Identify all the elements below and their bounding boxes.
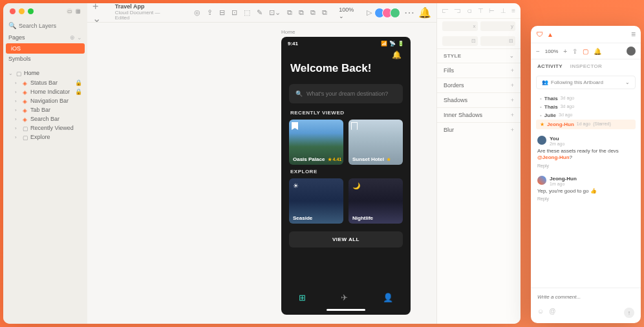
send-button[interactable]: ↑ xyxy=(624,308,634,318)
tab-profile[interactable]: 👤 xyxy=(383,293,393,302)
chevron-down-icon: ⌄ xyxy=(625,79,630,85)
search-input[interactable] xyxy=(19,23,91,29)
bell-icon[interactable]: 🔔 xyxy=(594,48,601,55)
document-title[interactable]: Travel App Cloud Document — Edited xyxy=(115,4,176,21)
bell-icon[interactable]: 🔔 xyxy=(418,6,431,19)
inner-shadows-section[interactable]: Inner Shadows+ xyxy=(437,107,521,122)
close-window[interactable] xyxy=(10,8,16,14)
card-oasis-palace[interactable]: Oasis Palace ★4.41 xyxy=(289,120,343,165)
view-toggle-1[interactable]: ▭ xyxy=(67,8,72,14)
tab-flights[interactable]: ✈ xyxy=(341,293,348,302)
blur-section[interactable]: Blur+ xyxy=(437,122,521,137)
add-blur[interactable]: + xyxy=(511,127,514,133)
tool-7[interactable]: ⊡⌄ xyxy=(269,8,281,17)
dim-w[interactable]: ⊡ xyxy=(442,36,478,46)
tool-4[interactable]: ⊡ xyxy=(231,8,237,17)
layer-recently-viewed[interactable]: ›▢Recently Viewed xyxy=(3,123,87,132)
dim-h[interactable]: ⊟ xyxy=(480,36,516,46)
shadows-section[interactable]: Shadows+ xyxy=(437,92,521,107)
tool-5[interactable]: ⬚ xyxy=(244,8,250,17)
tab-home[interactable]: ⊞ xyxy=(299,293,306,302)
layer-root-home[interactable]: ⌄ ▢ Home xyxy=(3,68,87,78)
tool-1[interactable]: ◎ xyxy=(194,8,200,17)
style-header[interactable]: STYLE⌄ xyxy=(437,48,521,63)
avatar-3[interactable] xyxy=(390,8,400,18)
card-nightlife[interactable]: 🌙 Nightlife xyxy=(349,178,403,224)
destination-search[interactable]: 🔍 What's your dream destination? xyxy=(289,84,403,103)
artboard-home[interactable]: 9:41 📶 📡 🔋 🔔 Welcome Back! 🔍 What's your… xyxy=(281,37,411,315)
tool-6[interactable]: ✎ xyxy=(257,8,263,17)
layer-home-indicator[interactable]: ›◈Home Indicator🔒 xyxy=(3,87,87,96)
card-seaside[interactable]: ☀ Seaside xyxy=(289,178,343,224)
tool-10[interactable]: ⧉ xyxy=(310,8,316,17)
dim-x[interactable]: x xyxy=(442,21,478,31)
add-shadow[interactable]: + xyxy=(511,97,514,103)
minus-icon[interactable]: − xyxy=(536,48,540,55)
pages-actions[interactable]: ⊕ ⌄ xyxy=(70,34,82,41)
tool-8[interactable]: ⧉ xyxy=(287,8,292,17)
add-button[interactable]: + ⌄ xyxy=(92,3,110,25)
reply-button[interactable]: Reply xyxy=(537,164,634,168)
pages-header[interactable]: Pages ⊕ ⌄ xyxy=(3,32,87,43)
bookmark-icon[interactable] xyxy=(292,122,298,130)
tool-2[interactable]: ⇪ xyxy=(207,8,213,17)
activity-item[interactable]: •Julie3d ago xyxy=(536,111,636,120)
layer-tab-bar[interactable]: ›◈Tab Bar xyxy=(3,105,87,114)
align-middle[interactable]: ⊢ xyxy=(489,7,495,14)
tab-activity[interactable]: ACTIVITY xyxy=(537,63,563,69)
zoom-level[interactable]: 100% ⌄ xyxy=(339,6,360,19)
activity-item[interactable]: •Thais3d ago xyxy=(536,94,636,103)
user-avatar[interactable] xyxy=(627,47,636,56)
dim-y[interactable]: y xyxy=(480,21,516,31)
collaborator-avatars[interactable] xyxy=(377,8,400,18)
lock-icon: 🔒 xyxy=(75,79,82,86)
follow-artboard[interactable]: 👥 Following this Artboard ⌄ xyxy=(536,76,636,89)
view-all-button[interactable]: VIEW ALL xyxy=(289,231,403,248)
layer-search[interactable]: 🔍 xyxy=(3,19,87,32)
borders-section[interactable]: Borders+ xyxy=(437,78,521,92)
collab-zoom[interactable]: 100% xyxy=(545,48,558,54)
align-bottom[interactable]: ⊥ xyxy=(500,7,506,14)
align-right[interactable]: ⫏ xyxy=(466,7,473,14)
page-ios[interactable]: iOS xyxy=(6,43,85,54)
tool-9[interactable]: ⧉ xyxy=(299,8,304,17)
activity-starred[interactable]: ★Jeong-Hun1d ago(Starred) xyxy=(536,120,636,129)
reply-button[interactable]: Reply xyxy=(537,196,634,201)
mention[interactable]: @Jeong-Hun xyxy=(537,154,570,160)
layer-explore[interactable]: ›▢Explore xyxy=(3,132,87,142)
page-symbols[interactable]: Symbols xyxy=(3,54,87,64)
emoji-icon[interactable]: ☺ xyxy=(537,308,544,318)
card-sunset-hotel[interactable]: Sunset Hotel ★ xyxy=(349,120,403,165)
align-top[interactable]: ⊤ xyxy=(478,7,484,14)
add-fill[interactable]: + xyxy=(511,67,514,74)
fills-section[interactable]: Fills+ xyxy=(437,63,521,78)
minimize-window[interactable] xyxy=(19,8,25,14)
layer-search-bar[interactable]: ›◈Search Bar xyxy=(3,114,87,123)
layer-navigation-bar[interactable]: ›◈Navigation Bar xyxy=(3,96,87,105)
mention-icon[interactable]: @ xyxy=(549,308,555,318)
add-inner-shadow[interactable]: + xyxy=(511,112,514,118)
comment-input[interactable] xyxy=(537,294,634,300)
artboard-label[interactable]: Home xyxy=(281,29,295,35)
view-toggle-2[interactable]: ▦ xyxy=(75,8,81,14)
menu-icon[interactable]: ≡ xyxy=(631,30,636,39)
more-icon[interactable]: ⋯ xyxy=(404,6,414,19)
activity-item[interactable]: •Thais3d ago xyxy=(536,103,636,111)
add-border[interactable]: + xyxy=(511,82,514,89)
align-left[interactable]: ⫍ xyxy=(442,7,449,14)
canvas[interactable]: Home 9:41 📶 📡 🔋 🔔 Welcome Back! 🔍 What's… xyxy=(87,23,436,324)
chevron-down-icon[interactable]: ⌄ xyxy=(510,53,514,59)
plus-icon[interactable]: + xyxy=(563,48,567,55)
align-center-h[interactable]: ⫎ xyxy=(454,7,460,14)
share-icon[interactable]: ⇪ xyxy=(572,48,577,55)
layer-status-bar[interactable]: ›◈Status Bar🔒 xyxy=(3,78,87,87)
distribute[interactable]: ≡ xyxy=(511,7,515,14)
play-icon[interactable]: ▷ xyxy=(367,8,372,17)
bookmark-icon[interactable] xyxy=(351,122,358,130)
tool-11[interactable]: ⧉ xyxy=(322,8,327,17)
artboard-icon[interactable]: ▢ xyxy=(583,48,588,55)
maximize-window[interactable] xyxy=(28,8,34,14)
tool-3[interactable]: ⊟ xyxy=(219,8,225,17)
tab-inspector[interactable]: INSPECTOR xyxy=(570,63,602,69)
notification-bell[interactable]: 🔔 xyxy=(281,50,411,59)
